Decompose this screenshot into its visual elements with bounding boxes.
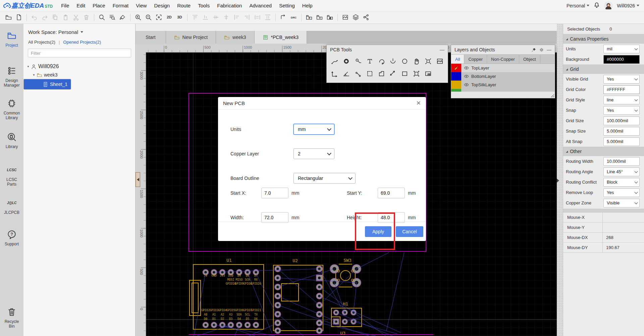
sidebar-item-project[interactable]: Project [0,31,23,48]
collapse-left-panel-handle[interactable] [136,172,140,187]
tree-item-sheet_1[interactable]: Sheet_1 [23,79,71,90]
layer-row-bottomlayer[interactable]: BottomLayer [451,72,555,81]
dialog-titlebar[interactable]: New PCB ✕ [218,97,426,109]
menu-help[interactable]: Help [299,0,316,11]
menu-design[interactable]: Design [150,0,173,11]
layers-tab-non-copper[interactable]: Non-Copper [487,55,519,63]
zoom-in-icon[interactable] [133,12,143,22]
pcb-tools-titlebar[interactable]: PCB Tools — [327,45,448,54]
drag-route-icon[interactable] [278,12,288,22]
layer-manager-icon[interactable] [351,12,361,22]
tree-arrow[interactable]: ▼ [26,65,30,68]
visible-grid-select[interactable]: Yes [603,75,640,84]
layers-tab-copper[interactable]: Copper [464,55,487,63]
sidebar-item-lcsc-parts[interactable]: LCSCLCSCParts [0,165,23,187]
opened-projects-link[interactable]: Opened Projects(2) [63,40,101,45]
minimize-icon[interactable]: — [547,47,551,52]
eye-icon[interactable] [461,72,471,81]
select-tool-icon[interactable] [364,67,376,80]
start-y-input[interactable] [378,188,405,198]
menu-route[interactable]: Route [173,0,194,11]
arc-tool-icon[interactable] [376,55,387,67]
menu-format[interactable]: Format [109,0,132,11]
length-tool-icon[interactable] [387,67,399,80]
origin-folder-icon[interactable] [325,12,335,22]
snap-size-input[interactable]: 5.000mil [603,127,640,136]
measureline-tool-icon[interactable] [352,67,364,80]
tree-item-week3[interactable]: ▼week3 [23,71,135,79]
layer-color-swatch[interactable] [451,81,461,89]
layer-color-swatch[interactable] [451,64,461,72]
search-icon[interactable] [97,12,107,22]
sidebar-item-library[interactable]: Library [0,132,23,149]
board-folder-icon[interactable]: B [304,12,314,22]
open-project-icon[interactable] [3,12,14,22]
close-icon[interactable]: ✕ [416,100,421,106]
gear-icon[interactable] [539,47,544,52]
units-select[interactable]: mm [293,124,334,135]
rect-tool-icon[interactable] [399,67,411,80]
workspace-switcher[interactable]: Personal [567,3,589,8]
menu-edit[interactable]: Edit [73,0,89,11]
menu-place[interactable]: Place [89,0,109,11]
sidebar-item-design-manager[interactable]: DesignManager [0,66,23,88]
region-tool-icon[interactable] [376,67,387,80]
layer-row-toplayer[interactable]: TopLayer [451,64,555,72]
menu-tools[interactable]: Tools [194,0,213,11]
cancel-button[interactable]: Cancel [396,226,423,237]
menu-fabrication[interactable]: Fabrication [213,0,246,11]
layer-color-swatch[interactable] [451,89,461,92]
all-projects-link[interactable]: All Projects(2) [28,40,55,45]
section-header-other[interactable]: ◢Other [563,147,644,156]
layers-tab-all[interactable]: All [451,55,464,63]
remove-loop-select[interactable]: Yes [603,188,640,197]
app-logo[interactable]: 嘉立创EDA STD [3,1,53,10]
background-color-field[interactable]: #000000 [603,55,640,64]
menu-advanced[interactable]: Advanced [246,0,275,11]
find-similar-icon[interactable] [107,12,117,22]
fit-view-icon[interactable] [154,12,164,22]
panelize-tool-icon[interactable] [422,67,434,80]
user-avatar[interactable] [604,1,613,10]
menu-setting[interactable]: Setting [275,0,299,11]
sidebar-item-recycle-bin[interactable]: RecycleBin [0,307,23,329]
layer-row-topsilklayer[interactable]: TopSilkLayer [451,81,555,89]
sidebar-item-support[interactable]: ?Support [0,229,23,246]
fanout-tool-icon[interactable] [352,55,364,67]
menu-view[interactable]: View [132,0,150,11]
copper-layer-select[interactable]: 2 [293,148,334,159]
layers-panel-titlebar[interactable]: Layers and Objects — [451,45,555,54]
routing-angle-select[interactable]: Line 45° [603,167,640,176]
snap-select[interactable]: Yes [603,106,640,115]
workspace-selector[interactable]: Work Space: Personal [28,29,135,35]
routing-width-input[interactable]: 10.000mil [603,157,640,166]
resize-grip[interactable] [550,94,554,98]
layers-tab-object[interactable]: Object [519,55,540,63]
copper-zone-select[interactable]: Visible [603,199,640,207]
notifications-bell-icon[interactable] [593,2,600,10]
grid-color-color-field[interactable]: #FFFFFF [603,85,640,94]
layer-row-partial[interactable] [451,89,555,92]
collapse-right-panel-handle[interactable] [557,171,560,191]
grid-size-input[interactable]: 100.000mil [603,116,640,125]
track-tool-icon[interactable] [329,55,340,67]
units-select[interactable]: mil [603,45,640,53]
via-tool-icon[interactable] [340,55,352,67]
share-icon[interactable] [361,12,371,22]
grid-style-select[interactable]: line [603,96,640,104]
tree-arrow[interactable]: ▼ [32,74,36,77]
pin-icon[interactable] [531,47,536,52]
board-outline-select[interactable]: Rectangular [293,173,356,184]
tab-week3[interactable]: week3 [216,31,254,44]
circle-tool-icon[interactable] [399,55,411,67]
routing-conflict-select[interactable]: Block [603,178,640,187]
save-icon[interactable] [14,12,24,22]
pad-tool-icon[interactable] [422,55,434,67]
hand-tool-icon[interactable] [411,55,422,67]
group-tool-icon[interactable] [411,67,422,80]
view-2d-icon[interactable]: 2D [164,12,174,22]
tab-pcb_week3[interactable]: *PCB_week3 [255,31,307,44]
section-header-grid[interactable]: ◢Grid [563,64,644,74]
dimension-tool-icon[interactable] [329,67,340,80]
drc-icon[interactable]: DRC [288,12,299,22]
